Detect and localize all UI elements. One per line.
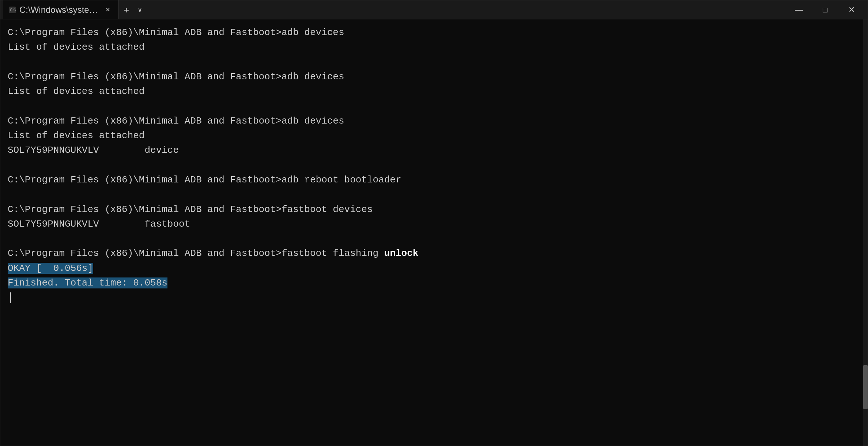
line-8: C:\Program Files (x86)\Minimal ADB and F…: [8, 173, 860, 187]
svg-text:C:\: C:\: [10, 8, 16, 12]
line-1: C:\Program Files (x86)\Minimal ADB and F…: [8, 25, 860, 40]
empty-3: [8, 158, 860, 173]
line-4: List of devices attached: [8, 84, 860, 99]
cmd-window: C:\ C:\Windows\system32\cmd.e... ✕ + ∨ —…: [0, 0, 868, 446]
empty-4: [8, 187, 860, 202]
line-10: SOL7Y59PNNGUKVLV fastboot: [8, 217, 860, 231]
line-12: OKAY [ 0.056s]: [8, 261, 860, 276]
tab-area: C:\ C:\Windows\system32\cmd.e... ✕ + ∨: [3, 0, 786, 19]
finished-highlight: Finished. Total time: 0.058s: [8, 277, 167, 288]
terminal-output[interactable]: C:\Program Files (x86)\Minimal ADB and F…: [0, 19, 868, 446]
close-button[interactable]: ✕: [838, 0, 865, 19]
empty-2: [8, 99, 860, 113]
empty-1: [8, 55, 860, 69]
scrollbar[interactable]: [863, 19, 868, 446]
minimize-button[interactable]: —: [786, 0, 812, 19]
cursor-line: │: [8, 290, 860, 305]
tab-close-button[interactable]: ✕: [103, 5, 112, 14]
unlock-keyword: unlock: [384, 248, 419, 259]
line-7: SOL7Y59PNNGUKVLV device: [8, 143, 860, 158]
line-5: C:\Program Files (x86)\Minimal ADB and F…: [8, 114, 860, 128]
maximize-button[interactable]: □: [812, 0, 838, 19]
cmd-icon: C:\: [9, 7, 16, 13]
okay-highlight: OKAY [ 0.056s]: [8, 263, 93, 274]
active-tab[interactable]: C:\ C:\Windows\system32\cmd.e... ✕: [3, 0, 118, 19]
line-2: List of devices attached: [8, 40, 860, 54]
line-3: C:\Program Files (x86)\Minimal ADB and F…: [8, 69, 860, 84]
line-9: C:\Program Files (x86)\Minimal ADB and F…: [8, 202, 860, 217]
window-controls: — □ ✕: [786, 0, 865, 19]
scrollbar-thumb[interactable]: [863, 365, 868, 409]
line-11: C:\Program Files (x86)\Minimal ADB and F…: [8, 246, 860, 261]
new-tab-button[interactable]: +: [118, 4, 134, 16]
tab-dropdown-button[interactable]: ∨: [134, 4, 146, 15]
line-6: List of devices attached: [8, 128, 860, 143]
titlebar: C:\ C:\Windows\system32\cmd.e... ✕ + ∨ —…: [0, 0, 868, 19]
empty-5: [8, 231, 860, 246]
line-13: Finished. Total time: 0.058s: [8, 276, 860, 290]
tab-title: C:\Windows\system32\cmd.e...: [19, 5, 100, 15]
